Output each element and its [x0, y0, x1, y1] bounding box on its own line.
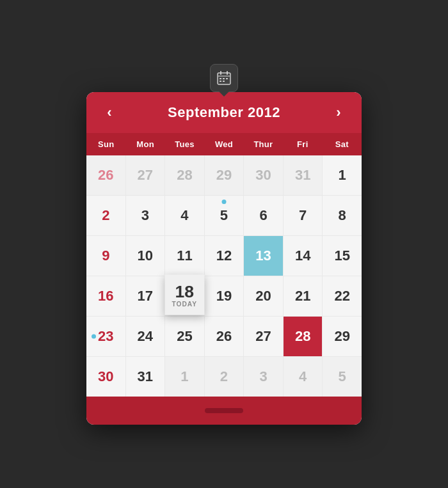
date-number: 28: [177, 167, 192, 184]
calendar-day-1-6[interactable]: 1: [323, 155, 362, 195]
calendar-day-24-29[interactable]: 24: [126, 317, 165, 356]
date-number: 22: [334, 288, 349, 304]
calendar-day-26-31[interactable]: 26: [205, 317, 244, 356]
calendar-day-25-30[interactable]: 25: [165, 317, 204, 356]
calendar-day-29-34[interactable]: 29: [323, 317, 362, 356]
event-dot: [92, 334, 96, 338]
calendar-day-7-12[interactable]: 7: [284, 196, 323, 235]
date-number: 4: [299, 368, 307, 385]
date-number: 13: [255, 248, 271, 264]
calendar-day-14-19[interactable]: 14: [284, 236, 323, 276]
svg-rect-8: [223, 81, 225, 82]
date-number: 27: [255, 328, 271, 345]
calendar-day-16-21[interactable]: 16: [86, 276, 125, 316]
calendar-day-10-15[interactable]: 10: [126, 236, 165, 276]
calendar-day-20-25[interactable]: 20: [244, 276, 283, 316]
calendar-day-12-17[interactable]: 12: [205, 236, 244, 276]
calendar-day-28-33[interactable]: 28: [284, 317, 323, 356]
date-number: 25: [177, 328, 192, 345]
weekday-sun: Sun: [86, 133, 125, 155]
date-number: 15: [334, 248, 349, 264]
calendar-footer: [86, 397, 362, 425]
date-number: 27: [138, 167, 153, 184]
svg-rect-4: [220, 78, 221, 79]
calendar-day-5-41[interactable]: 5: [323, 357, 362, 397]
date-number: 16: [98, 288, 113, 304]
next-month-button[interactable]: ›: [328, 102, 349, 123]
calendar-day-18-23[interactable]: 18TODAY: [165, 274, 205, 315]
svg-rect-7: [220, 81, 221, 82]
calendar-day-26-0[interactable]: 26: [86, 155, 125, 195]
date-number: 9: [102, 248, 109, 264]
svg-rect-6: [226, 78, 228, 79]
calendar-day-15-20[interactable]: 15: [323, 236, 362, 276]
date-number: 5: [220, 207, 228, 224]
date-number: 30: [98, 368, 113, 385]
date-number: 5: [339, 368, 346, 385]
calendar-day-27-32[interactable]: 27: [244, 317, 283, 356]
calendar-day-2-38[interactable]: 2: [205, 357, 244, 397]
calendar-day-19-24[interactable]: 19: [205, 276, 244, 316]
date-number: 24: [138, 328, 153, 345]
date-number: 29: [334, 328, 349, 345]
date-number: 8: [339, 207, 346, 224]
event-dot: [221, 200, 226, 204]
date-number: 6: [259, 207, 267, 224]
calendar-grid: 262728293031123456789101112131415161718T…: [86, 155, 362, 397]
calendar-day-23-28[interactable]: 23: [86, 317, 125, 356]
date-number: 23: [98, 328, 113, 345]
date-number: 2: [220, 368, 228, 385]
date-number: 11: [177, 248, 192, 264]
calendar-day-17-22[interactable]: 17: [126, 276, 165, 316]
calendar-day-31-36[interactable]: 31: [126, 357, 165, 397]
calendar-day-3-8[interactable]: 3: [126, 196, 165, 235]
date-number: 1: [180, 368, 188, 385]
weekday-fri: Fri: [283, 133, 322, 155]
calendar-day-3-39[interactable]: 3: [244, 357, 283, 397]
date-number: 26: [98, 167, 113, 184]
calendar-day-27-1[interactable]: 27: [126, 155, 165, 195]
calendar-day-1-37[interactable]: 1: [165, 357, 204, 397]
date-number: 30: [255, 167, 271, 184]
date-number: 31: [138, 368, 153, 385]
calendar-day-30-35[interactable]: 30: [86, 357, 125, 397]
weekday-mon: Mon: [125, 133, 164, 155]
month-year-title: September 2012: [168, 104, 280, 121]
calendar-widget: ‹ September 2012 › SunMonTuesWedThurFriS…: [86, 92, 362, 425]
date-number: 4: [180, 207, 188, 224]
weekday-sat: Sat: [323, 133, 362, 155]
calendar-app-icon[interactable]: [210, 64, 238, 92]
calendar-day-22-27[interactable]: 22: [323, 276, 362, 316]
calendar-day-4-9[interactable]: 4: [165, 196, 204, 235]
date-number: 12: [216, 248, 232, 264]
date-number: 14: [295, 248, 310, 264]
weekday-header-row: SunMonTuesWedThurFriSat: [86, 133, 362, 155]
date-number: 29: [216, 167, 232, 184]
calendar-day-9-14[interactable]: 9: [86, 236, 125, 276]
date-number: 26: [216, 328, 232, 345]
prev-month-button[interactable]: ‹: [99, 102, 120, 123]
footer-grip: [205, 408, 243, 413]
calendar-day-13-18[interactable]: 13: [244, 236, 283, 276]
date-number: 17: [138, 288, 153, 304]
calendar-day-4-40[interactable]: 4: [284, 357, 323, 397]
calendar-day-6-11[interactable]: 6: [244, 196, 283, 235]
date-number: 20: [255, 288, 271, 304]
calendar-day-11-16[interactable]: 11: [165, 236, 204, 276]
calendar-day-5-10[interactable]: 5: [205, 196, 244, 235]
calendar-day-8-13[interactable]: 8: [323, 196, 362, 235]
calendar-day-29-3[interactable]: 29: [205, 155, 244, 195]
date-number: 7: [299, 207, 307, 224]
calendar-day-31-5[interactable]: 31: [284, 155, 323, 195]
weekday-wed: Wed: [204, 133, 243, 155]
calendar-day-30-4[interactable]: 30: [244, 155, 283, 195]
date-number: 21: [295, 288, 310, 304]
svg-rect-5: [223, 78, 225, 79]
calendar-day-21-26[interactable]: 21: [284, 276, 323, 316]
calendar-day-2-7[interactable]: 2: [86, 196, 125, 235]
weekday-thur: Thur: [244, 133, 283, 155]
today-label: TODAY: [172, 301, 198, 308]
date-number: 31: [295, 167, 310, 184]
date-number: 1: [339, 167, 346, 184]
calendar-day-28-2[interactable]: 28: [165, 155, 204, 195]
